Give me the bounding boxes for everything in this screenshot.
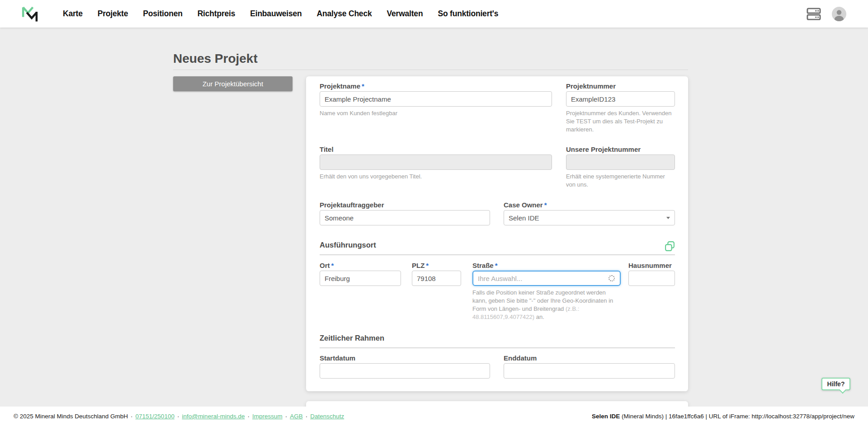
ort-label: Ort* xyxy=(320,261,401,270)
case-owner-select[interactable]: Selen IDE xyxy=(504,210,675,225)
footer-link-email[interactable]: info@mineral-minds.de xyxy=(182,413,245,420)
field-titel: Titel Erhält den von uns vorgegebenen Ti… xyxy=(320,145,552,181)
hausnummer-label: Hausnummer xyxy=(628,261,675,270)
field-enddatum: Enddatum xyxy=(504,354,675,379)
projektnummer-input[interactable] xyxy=(566,91,675,107)
strasse-label: Straße* xyxy=(472,261,621,270)
footer: © 2025 Mineral Minds Deutschland GmbH · … xyxy=(0,407,868,426)
footer-separator: · xyxy=(306,413,308,420)
footer-link-phone[interactable]: 07151/250100 xyxy=(136,413,175,420)
section-title-zeitlicher-rahmen: Zeitlicher Rahmen xyxy=(320,334,384,342)
required-asterisk: * xyxy=(362,82,364,90)
field-plz: PLZ* xyxy=(412,261,461,286)
brand-logo[interactable] xyxy=(21,4,38,24)
field-case-owner: Case Owner* Selen IDE xyxy=(504,201,675,225)
footer-link-impressum[interactable]: Impressum xyxy=(252,413,283,420)
case-owner-label: Case Owner* xyxy=(504,201,675,209)
case-owner-selected-value: Selen IDE xyxy=(509,214,539,222)
footer-separator: · xyxy=(177,413,179,420)
projektnummer-hint: Projektnummer des Kunden. Verwenden Sie … xyxy=(566,109,675,134)
nav-links: Karte Projekte Positionen Richtpreis Ein… xyxy=(63,9,498,19)
main-content: Neues Projekt Zur Projektübersicht Proje… xyxy=(0,28,868,407)
nav-item-so-funktionierts[interactable]: So funktioniert's xyxy=(438,9,498,19)
app-root: { "nav": { "items": ["Karte", "Projekte"… xyxy=(0,0,868,426)
unsere-projektnummer-hint: Erhält eine systemgenerierte Nummer von … xyxy=(566,173,675,189)
projektname-label: Projektname* xyxy=(320,82,552,90)
titel-input xyxy=(320,154,552,170)
required-asterisk: * xyxy=(544,201,547,209)
startdatum-label: Startdatum xyxy=(320,354,490,362)
projektnummer-label: Projektnummer xyxy=(566,82,675,90)
section-divider xyxy=(320,347,675,348)
help-label: Hilfe? xyxy=(827,380,845,388)
footer-copyright: © 2025 Mineral Minds Deutschland GmbH xyxy=(14,413,128,420)
footer-separator: · xyxy=(247,413,250,420)
strasse-hint: Falls die Position keiner Straße zugeord… xyxy=(472,289,621,321)
unsere-projektnummer-input xyxy=(566,154,675,170)
field-projektname: Projektname* Name vom Kunden festlegbar xyxy=(320,82,552,117)
startdatum-input[interactable] xyxy=(320,363,490,379)
projektauftraggeber-input[interactable] xyxy=(320,210,490,225)
nav-right-icons xyxy=(807,7,846,21)
top-navigation: Karte Projekte Positionen Richtpreis Ein… xyxy=(0,0,868,28)
titel-label: Titel xyxy=(320,145,552,154)
nav-item-karte[interactable]: Karte xyxy=(63,9,83,19)
field-unsere-projektnummer: Unsere Projektnummer Erhält eine systemg… xyxy=(566,145,675,189)
footer-separator: · xyxy=(285,413,288,420)
field-startdatum: Startdatum xyxy=(320,354,490,379)
titel-hint: Erhält den von uns vorgegebenen Titel. xyxy=(320,173,552,181)
field-ort: Ort* xyxy=(320,261,401,286)
mineral-minds-logo-icon xyxy=(21,4,38,24)
nav-item-positionen[interactable]: Positionen xyxy=(143,9,182,19)
copy-icon[interactable] xyxy=(664,241,675,252)
user-avatar[interactable] xyxy=(832,7,846,21)
unsere-projektnummer-label: Unsere Projektnummer xyxy=(566,145,675,154)
enddatum-label: Enddatum xyxy=(504,354,675,362)
projektauftraggeber-label: Projektauftraggeber xyxy=(320,201,490,209)
nav-item-analyse-check[interactable]: Analyse Check xyxy=(317,9,372,19)
plz-label: PLZ* xyxy=(412,261,461,270)
back-to-project-overview-button[interactable]: Zur Projektübersicht xyxy=(173,76,292,91)
required-asterisk: * xyxy=(331,262,334,269)
section-title-ausfuehrungsort: Ausführungsort xyxy=(320,241,376,249)
projektname-input[interactable] xyxy=(320,91,552,107)
help-button[interactable]: Hilfe? xyxy=(821,378,850,390)
nav-item-projekte[interactable]: Projekte xyxy=(98,9,128,19)
strasse-input[interactable] xyxy=(472,271,621,286)
title-divider xyxy=(173,70,688,70)
next-form-card-partial xyxy=(306,401,688,407)
required-asterisk: * xyxy=(495,262,498,269)
chevron-down-icon xyxy=(666,217,670,219)
field-hausnummer: Hausnummer xyxy=(628,261,675,286)
footer-separator: · xyxy=(131,413,133,420)
footer-user-name: Selen IDE xyxy=(592,413,620,420)
footer-session-info: Selen IDE (Mineral Minds) | 16fae1ffc6a6… xyxy=(592,413,854,420)
hausnummer-input[interactable] xyxy=(628,271,675,286)
enddatum-input[interactable] xyxy=(504,363,675,379)
field-strasse: Straße* Falls die Position keiner Straße… xyxy=(472,261,621,321)
required-asterisk: * xyxy=(426,262,429,269)
footer-session-details: (Mineral Minds) | 16fae1ffc6a6 | URL of … xyxy=(620,413,854,420)
page-title: Neues Projekt xyxy=(173,51,258,66)
field-projektauftraggeber: Projektauftraggeber xyxy=(320,201,490,225)
nav-item-einbauweisen[interactable]: Einbauweisen xyxy=(250,9,302,19)
nav-item-verwalten[interactable]: Verwalten xyxy=(387,9,423,19)
footer-link-agb[interactable]: AGB xyxy=(290,413,303,420)
server-rack-icon[interactable] xyxy=(807,8,821,20)
loading-spinner-icon xyxy=(609,275,615,281)
footer-link-datenschutz[interactable]: Datenschutz xyxy=(310,413,344,420)
ort-input[interactable] xyxy=(320,271,401,286)
plz-input[interactable] xyxy=(412,271,461,286)
new-project-form-card: Projektname* Name vom Kunden festlegbar … xyxy=(306,76,688,391)
projektname-hint: Name vom Kunden festlegbar xyxy=(320,109,552,117)
section-divider xyxy=(320,254,675,255)
field-projektnummer: Projektnummer Projektnummer des Kunden. … xyxy=(566,82,675,134)
nav-item-richtpreis[interactable]: Richtpreis xyxy=(198,9,236,19)
